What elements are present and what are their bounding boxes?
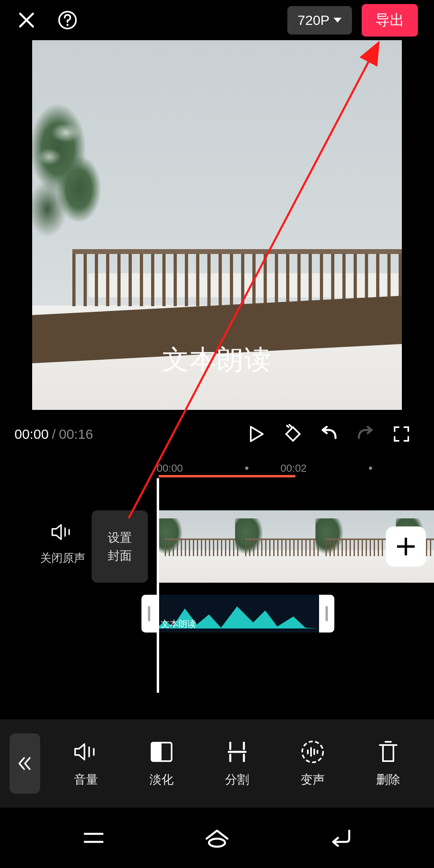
help-button[interactable] — [57, 10, 78, 31]
video-preview[interactable]: 文本朗读 — [32, 40, 402, 410]
tool-voice-change[interactable]: 变声 — [300, 739, 325, 788]
duration: 00:16 — [59, 426, 93, 442]
undo-button[interactable] — [311, 423, 347, 445]
text-overlay[interactable]: 文本朗读 — [162, 342, 272, 378]
audio-clip-label: 文本朗读 — [161, 618, 196, 630]
tool-fade[interactable]: 淡化 — [149, 739, 174, 788]
tool-label: 音量 — [74, 772, 98, 788]
playhead[interactable] — [157, 478, 159, 693]
cover-label: 设置 封面 — [108, 528, 132, 565]
add-clip-button[interactable] — [386, 526, 426, 567]
audio-handle-left[interactable] — [141, 595, 157, 633]
ruler-mark: 00:02 — [280, 462, 369, 475]
audio-clip[interactable]: 文本朗读 — [141, 595, 334, 633]
resolution-dropdown[interactable]: 720P — [287, 6, 352, 35]
redo-button[interactable] — [347, 423, 383, 445]
svg-point-9 — [302, 741, 323, 762]
export-label: 导出 — [375, 12, 404, 28]
tool-label: 分割 — [225, 772, 249, 788]
svg-point-16 — [209, 839, 225, 847]
collapse-toolbar-button[interactable] — [10, 733, 40, 794]
audio-handle-right[interactable] — [319, 595, 334, 633]
audio-indicator-line — [159, 475, 295, 477]
chevron-down-icon — [334, 18, 342, 23]
nav-back-button[interactable] — [326, 824, 354, 852]
tool-split[interactable]: 分割 — [225, 739, 250, 788]
ruler-mark: 00:00 — [157, 462, 245, 475]
mute-label: 关闭原声 — [40, 551, 85, 566]
close-button[interactable] — [16, 10, 37, 31]
svg-point-1 — [67, 24, 69, 26]
export-button[interactable]: 导出 — [362, 4, 418, 37]
nav-home-button[interactable] — [203, 824, 231, 852]
split-icon — [225, 739, 250, 764]
set-cover-button[interactable]: 设置 封面 — [92, 510, 148, 583]
resolution-label: 720P — [298, 12, 330, 28]
tool-label: 变声 — [301, 772, 325, 788]
current-time: 00:00 — [14, 426, 49, 442]
mute-icon[interactable] — [40, 522, 85, 543]
timecode: 00:00/00:16 — [14, 426, 93, 442]
nav-menu-button[interactable] — [80, 824, 108, 852]
timeline[interactable]: 关闭原声 设置 封面 文本朗读 — [0, 478, 434, 687]
voice-change-icon — [300, 739, 325, 764]
delete-icon — [376, 739, 401, 764]
fullscreen-button[interactable] — [383, 423, 420, 445]
svg-rect-7 — [151, 743, 162, 761]
keyframe-button[interactable] — [275, 423, 311, 445]
volume-icon — [74, 739, 98, 764]
tool-volume[interactable]: 音量 — [74, 739, 98, 788]
play-button[interactable] — [239, 423, 275, 445]
tool-label: 删除 — [376, 772, 400, 788]
tool-label: 淡化 — [149, 772, 174, 788]
fade-icon — [149, 739, 174, 764]
tool-delete[interactable]: 删除 — [376, 739, 401, 788]
